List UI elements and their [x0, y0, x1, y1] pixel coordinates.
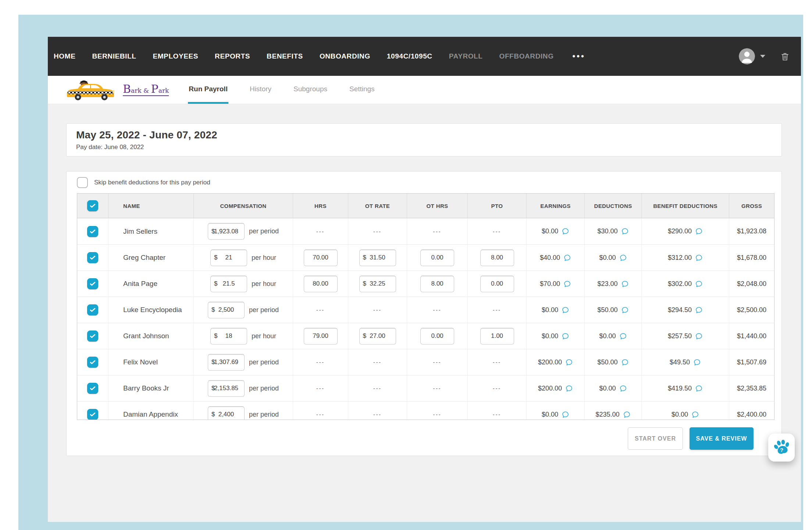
hours-input[interactable]: 70.00	[304, 250, 338, 266]
row-checkbox[interactable]	[87, 252, 98, 263]
actions-row: START OVER SAVE & REVIEW	[628, 427, 754, 450]
start-over-button[interactable]: START OVER	[628, 427, 683, 450]
compensation-input[interactable]: $1,307.69	[208, 354, 245, 371]
compensation-input[interactable]: $18	[210, 328, 247, 344]
comment-bubble-icon[interactable]	[695, 227, 703, 235]
nav-overflow-menu[interactable]: •••	[573, 52, 585, 61]
ot-rate-input[interactable]: $31.50	[359, 250, 396, 266]
earnings-cell: $40.00	[526, 245, 584, 271]
nav-item-onboarding[interactable]: ONBOARDING	[320, 52, 370, 60]
row-checkbox[interactable]	[87, 383, 98, 394]
benefit-deductions-cell: $419.50	[641, 375, 729, 401]
skip-benefits-checkbox[interactable]	[77, 177, 88, 188]
tab-subgroups[interactable]: Subgroups	[293, 76, 328, 104]
sub-nav: Bark & Park Run PayrollHistorySubgroupsS…	[48, 76, 801, 104]
compensation-input[interactable]: $2,400	[208, 406, 245, 420]
comment-bubble-icon[interactable]	[619, 332, 627, 340]
nav-item-benefits[interactable]: BENEFITS	[267, 52, 303, 60]
comment-bubble-icon[interactable]	[693, 358, 701, 366]
comment-bubble-icon[interactable]	[619, 385, 627, 392]
ot-hours-input[interactable]: 0.00	[420, 328, 454, 344]
compensation-input[interactable]: $1,923.08	[208, 223, 245, 240]
comment-bubble-icon[interactable]	[563, 254, 571, 262]
row-checkbox[interactable]	[87, 278, 98, 289]
money-value: $0.00	[672, 411, 688, 418]
comment-bubble-icon[interactable]	[562, 306, 569, 314]
compensation-unit: per hour	[252, 280, 276, 288]
row-checkbox[interactable]	[87, 304, 98, 315]
ot-hours-cell: ---	[407, 297, 467, 323]
row-checkbox-cell	[77, 297, 108, 323]
pto-cell: ---	[467, 402, 526, 420]
comment-bubble-icon[interactable]	[562, 227, 569, 235]
input-value: 18	[225, 332, 232, 340]
comment-bubble-icon[interactable]	[623, 411, 631, 418]
earnings-cell: $0.00	[526, 218, 584, 244]
comment-bubble-icon[interactable]	[562, 411, 569, 418]
trash-icon[interactable]	[780, 52, 790, 61]
comment-bubble-icon[interactable]	[695, 254, 703, 262]
comment-bubble-icon[interactable]	[695, 332, 703, 340]
nav-item-offboarding[interactable]: OFFBOARDING	[499, 52, 554, 60]
hours-input[interactable]: 79.00	[304, 328, 338, 344]
ot-hours-cell: ---	[407, 349, 467, 375]
compensation-input[interactable]: $21	[210, 250, 247, 266]
hours-input[interactable]: 80.00	[304, 276, 338, 292]
compensation-cell: $1,307.69per period	[193, 349, 293, 375]
comment-bubble-icon[interactable]	[563, 280, 571, 288]
comment-bubble-icon[interactable]	[695, 385, 703, 392]
comment-bubble-icon[interactable]	[695, 306, 703, 314]
pto-input[interactable]: 1.00	[480, 328, 514, 344]
comment-bubble-icon[interactable]	[691, 411, 699, 418]
compensation-input[interactable]: $21.5	[210, 276, 247, 292]
save-review-button[interactable]: SAVE & REVIEW	[690, 427, 754, 450]
comment-bubble-icon[interactable]	[565, 358, 573, 366]
comment-bubble-icon[interactable]	[565, 385, 573, 392]
compensation-input[interactable]: $2,153.85	[208, 380, 245, 397]
tab-settings[interactable]: Settings	[349, 76, 375, 104]
chevron-down-icon[interactable]	[760, 55, 765, 58]
row-checkbox[interactable]	[87, 357, 98, 368]
input-value: 0.00	[431, 332, 443, 340]
compensation-input[interactable]: $2,500	[208, 302, 245, 318]
nav-item-1094c-1095c[interactable]: 1094C/1095C	[387, 52, 432, 60]
ot-rate-input[interactable]: $32.25	[359, 276, 396, 292]
comment-bubble-icon[interactable]	[619, 254, 627, 262]
ot-hours-input[interactable]: 8.00	[420, 276, 454, 292]
help-paw-button[interactable]: ?	[768, 434, 795, 462]
row-checkbox[interactable]	[87, 331, 98, 342]
row-checkbox-cell	[77, 218, 108, 244]
select-all-checkbox[interactable]	[87, 200, 98, 211]
input-value: 21.5	[222, 280, 235, 287]
comment-bubble-icon[interactable]	[621, 306, 629, 314]
row-checkbox-cell	[77, 349, 108, 375]
nav-item-berniebill[interactable]: BERNIEBILL	[92, 52, 136, 60]
deductions-cell: $0.00	[584, 323, 641, 349]
empty-placeholder: ---	[493, 411, 501, 417]
deductions-cell: $50.00	[584, 297, 641, 323]
comment-bubble-icon[interactable]	[621, 358, 629, 366]
comment-bubble-icon[interactable]	[621, 280, 629, 288]
ot-hours-cell: ---	[407, 402, 467, 420]
user-avatar-icon[interactable]	[739, 48, 755, 64]
empty-placeholder: ---	[373, 411, 382, 417]
comment-bubble-icon[interactable]	[695, 280, 703, 288]
nav-item-home[interactable]: HOME	[54, 52, 75, 60]
money-value: $257.50	[668, 332, 692, 340]
ot-rate-input[interactable]: $27.00	[359, 328, 396, 344]
pto-input[interactable]: 0.00	[480, 276, 514, 292]
row-checkbox[interactable]	[87, 226, 98, 237]
comment-bubble-icon[interactable]	[621, 227, 629, 235]
nav-item-reports[interactable]: REPORTS	[215, 52, 250, 60]
money-value: $0.00	[599, 254, 616, 262]
nav-item-payroll[interactable]: PAYROLL	[449, 52, 483, 60]
pto-input[interactable]: 8.00	[480, 250, 514, 266]
row-checkbox[interactable]	[87, 409, 98, 420]
ot-hours-cell: 0.00	[407, 323, 467, 349]
subnav-tabs: Run PayrollHistorySubgroupsSettings	[188, 76, 375, 104]
tab-run-payroll[interactable]: Run Payroll	[188, 76, 228, 104]
ot-hours-input[interactable]: 0.00	[420, 250, 454, 266]
nav-item-employees[interactable]: EMPLOYEES	[153, 52, 198, 60]
comment-bubble-icon[interactable]	[562, 332, 569, 340]
tab-history[interactable]: History	[249, 76, 272, 104]
